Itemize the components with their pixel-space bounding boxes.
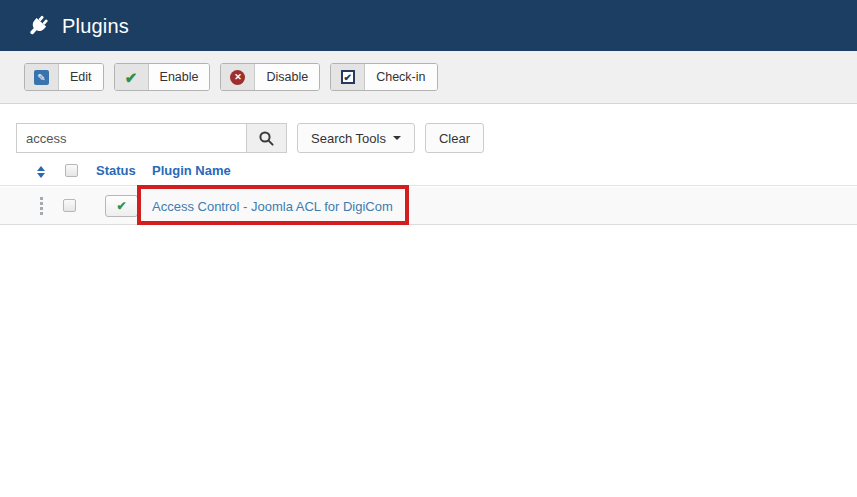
edit-icon: ✎ bbox=[25, 64, 59, 90]
search-icon bbox=[258, 130, 275, 147]
edit-button[interactable]: ✎ Edit bbox=[24, 63, 104, 91]
ordering-sort-button[interactable] bbox=[34, 163, 48, 181]
sort-up-icon bbox=[37, 166, 45, 171]
search-tools-button[interactable]: Search Tools bbox=[297, 123, 415, 153]
checkbox-checked-icon: ✔ bbox=[331, 64, 365, 90]
toolbar: ✎ Edit ✔ Enable ✕ Disable ✔ Ch bbox=[0, 51, 857, 104]
enabled-check-icon: ✔ bbox=[116, 200, 126, 212]
caret-down-icon bbox=[393, 136, 401, 140]
drag-handle[interactable] bbox=[37, 196, 45, 216]
edit-button-label: Edit bbox=[59, 64, 103, 90]
enable-button-label: Enable bbox=[149, 64, 210, 90]
plug-icon bbox=[27, 14, 49, 38]
checkin-button-label: Check-in bbox=[365, 64, 436, 90]
clear-button[interactable]: Clear bbox=[425, 123, 484, 153]
table-row: ✔ Access Control - Joomla ACL for DigiCo… bbox=[0, 187, 857, 225]
column-header-plugin-name[interactable]: Plugin Name bbox=[152, 163, 231, 178]
search-submit-button[interactable] bbox=[246, 123, 287, 153]
page-title: Plugins bbox=[62, 14, 129, 37]
select-all-checkbox[interactable] bbox=[65, 164, 78, 177]
column-header-status[interactable]: Status bbox=[96, 163, 136, 178]
search-tools-label: Search Tools bbox=[311, 131, 386, 146]
table-header: Status Plugin Name bbox=[0, 159, 857, 186]
cancel-circle-icon: ✕ bbox=[221, 64, 255, 90]
toolbar-buttons: ✎ Edit ✔ Enable ✕ Disable ✔ Ch bbox=[24, 63, 438, 91]
page-header: Plugins bbox=[0, 0, 857, 51]
clear-button-label: Clear bbox=[439, 131, 470, 146]
checkin-button[interactable]: ✔ Check-in bbox=[330, 63, 437, 91]
search-input[interactable] bbox=[16, 123, 247, 153]
enable-button[interactable]: ✔ Enable bbox=[114, 63, 211, 91]
disable-button-label: Disable bbox=[255, 64, 319, 90]
sort-down-icon bbox=[37, 173, 45, 178]
check-icon: ✔ bbox=[115, 64, 149, 90]
filter-bar: Search Tools Clear bbox=[16, 123, 484, 153]
status-toggle-button[interactable]: ✔ bbox=[105, 195, 138, 217]
row-checkbox[interactable] bbox=[63, 199, 76, 212]
plugins-manager-page: Plugins ✎ Edit ✔ Enable ✕ Disable bbox=[0, 0, 857, 497]
disable-button[interactable]: ✕ Disable bbox=[220, 63, 320, 91]
plugin-name-link[interactable]: Access Control - Joomla ACL for DigiCom bbox=[152, 198, 393, 213]
